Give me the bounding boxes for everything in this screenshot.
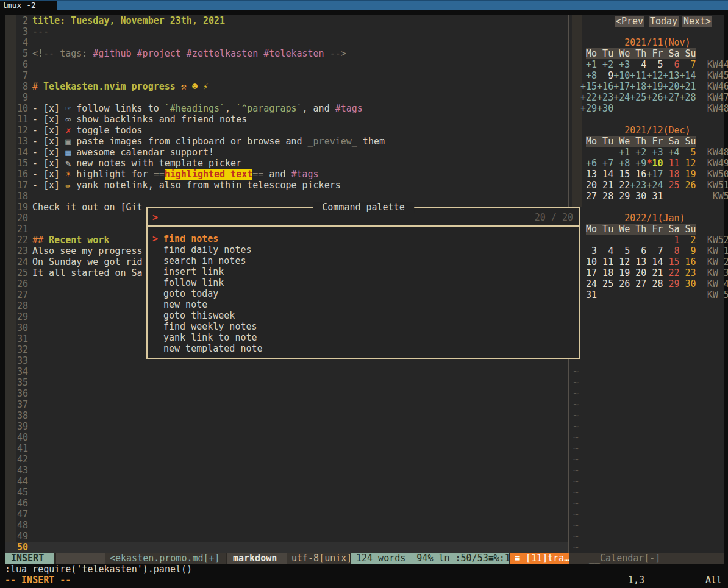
palette-item[interactable]: find daily notes	[148, 244, 579, 255]
calendar-day[interactable]: 30	[630, 191, 646, 202]
calendar-day[interactable]: +3	[646, 147, 663, 158]
calendar-day[interactable]: 27	[580, 191, 597, 202]
calendar-day[interactable]: +4	[663, 147, 679, 158]
calendar-day[interactable]: 7	[680, 59, 696, 70]
calendar-day[interactable]: 23	[680, 267, 696, 278]
calendar-day[interactable]: 29	[663, 278, 679, 289]
calendar-day[interactable]: +29	[580, 103, 597, 114]
calendar-day[interactable]: +3	[613, 59, 630, 70]
calendar-day[interactable]: 31	[646, 191, 663, 202]
calendar-day[interactable]: +18	[630, 81, 646, 92]
calendar-day[interactable]: 11	[663, 158, 679, 169]
calendar-day[interactable]: +14	[680, 70, 696, 81]
calendar-day[interactable]: 5	[646, 59, 663, 70]
calendar-day[interactable]: 16	[630, 169, 646, 180]
calendar-day[interactable]: +25	[630, 92, 646, 103]
calendar-day[interactable]: 18	[597, 267, 613, 278]
calendar-next-button[interactable]: Next>	[682, 16, 712, 27]
calendar-day[interactable]: 26	[613, 278, 630, 289]
calendar-day[interactable]: 12	[613, 257, 630, 267]
calendar-day[interactable]: 20	[580, 180, 597, 191]
calendar-day[interactable]: +16	[597, 81, 613, 92]
calendar-day[interactable]: 9	[680, 246, 696, 257]
calendar-day[interactable]: 12	[680, 158, 696, 169]
calendar-day[interactable]: 28	[646, 278, 663, 289]
calendar-day[interactable]: 31	[580, 289, 597, 300]
calendar-day[interactable]: +22	[580, 92, 597, 103]
calendar-day[interactable]: 7	[646, 246, 663, 257]
calendar-day[interactable]: 16	[680, 257, 696, 267]
calendar-day[interactable]: 6	[630, 246, 646, 257]
calendar-day[interactable]: 5	[680, 147, 696, 158]
calendar-day[interactable]: +26	[646, 92, 663, 103]
calendar-prev-button[interactable]: <Prev	[615, 16, 644, 27]
calendar-day[interactable]: 9	[597, 70, 613, 81]
calendar-day[interactable]: +23	[597, 92, 613, 103]
calendar-day[interactable]: 20	[630, 267, 646, 278]
calendar-window[interactable]: 2021/11(Nov) Mo Tu We Th Fr Sa Su +1 +2 …	[580, 15, 728, 553]
calendar-day[interactable]: 6	[663, 59, 679, 70]
calendar-day[interactable]: +10	[613, 70, 630, 81]
calendar-day[interactable]: 15	[613, 169, 630, 180]
calendar-day[interactable]: +27	[663, 92, 679, 103]
calendar-day[interactable]: 27	[630, 278, 646, 289]
palette-item[interactable]: >find notes	[148, 233, 579, 244]
calendar-day[interactable]: 18	[663, 169, 679, 180]
calendar-day[interactable]: +1	[613, 147, 630, 158]
calendar-day[interactable]: 13	[580, 169, 597, 180]
calendar-day[interactable]: 29	[613, 191, 630, 202]
calendar-day[interactable]: 10	[652, 158, 663, 169]
palette-item[interactable]: goto today	[148, 288, 579, 299]
calendar-day[interactable]: 2	[680, 235, 696, 246]
calendar-day[interactable]: 26	[680, 180, 696, 191]
calendar-day[interactable]: +8	[613, 158, 630, 169]
calendar-day[interactable]: +20	[663, 81, 679, 92]
palette-item[interactable]: new templated note	[148, 343, 579, 354]
calendar-day[interactable]: 8	[663, 246, 679, 257]
palette-item[interactable]: yank link to note	[148, 332, 579, 343]
calendar-day[interactable]: 15	[663, 257, 679, 267]
calendar-day[interactable]: 14	[597, 169, 613, 180]
calendar-day[interactable]: 19	[613, 267, 630, 278]
calendar-day[interactable]: 21	[597, 180, 613, 191]
calendar-day[interactable]: 3	[580, 246, 597, 257]
calendar-day[interactable]: 22	[613, 180, 630, 191]
calendar-day[interactable]: 14	[646, 257, 663, 267]
calendar-day[interactable]: +9	[630, 158, 646, 169]
calendar-day[interactable]: 1	[663, 235, 679, 246]
calendar-day[interactable]: +12	[646, 70, 663, 81]
calendar-day[interactable]: 25	[597, 278, 613, 289]
calendar-day[interactable]: 25	[663, 180, 679, 191]
calendar-day[interactable]: 17	[580, 267, 597, 278]
calendar-day[interactable]: 4	[597, 246, 613, 257]
calendar-day[interactable]: 5	[613, 246, 630, 257]
calendar-day[interactable]: 13	[630, 257, 646, 267]
calendar-day[interactable]: 28	[597, 191, 613, 202]
palette-item[interactable]: follow link	[148, 277, 579, 288]
calendar-day[interactable]: +2	[630, 147, 646, 158]
calendar-day[interactable]: +28	[680, 92, 696, 103]
calendar-day[interactable]: +24	[646, 180, 663, 191]
palette-item[interactable]: insert link	[148, 266, 579, 277]
palette-item[interactable]: new note	[148, 299, 579, 310]
calendar-day[interactable]: +17	[613, 81, 630, 92]
command-line[interactable]: :lua require('telekasten').panel()	[5, 564, 192, 575]
palette-item[interactable]: search in notes	[148, 255, 579, 266]
calendar-day[interactable]: 4	[630, 59, 646, 70]
calendar-day[interactable]: +19	[646, 81, 663, 92]
calendar-day[interactable]: +8	[580, 70, 597, 81]
calendar-day[interactable]: 19	[680, 169, 696, 180]
calendar-day[interactable]: +6	[580, 158, 597, 169]
calendar-day[interactable]: +7	[597, 158, 613, 169]
calendar-day[interactable]: +21	[680, 81, 696, 92]
palette-item[interactable]: goto thisweek	[148, 310, 579, 321]
calendar-today-button[interactable]: Today	[649, 16, 679, 27]
calendar-day[interactable]: 11	[597, 257, 613, 267]
calendar-day[interactable]: +13	[663, 70, 679, 81]
calendar-day[interactable]: +11	[630, 70, 646, 81]
calendar-day[interactable]: 24	[580, 278, 597, 289]
calendar-day[interactable]: +30	[597, 103, 613, 114]
palette-item[interactable]: find weekly notes	[148, 321, 579, 332]
calendar-day[interactable]: 21	[646, 267, 663, 278]
calendar-day[interactable]: +15	[580, 81, 597, 92]
